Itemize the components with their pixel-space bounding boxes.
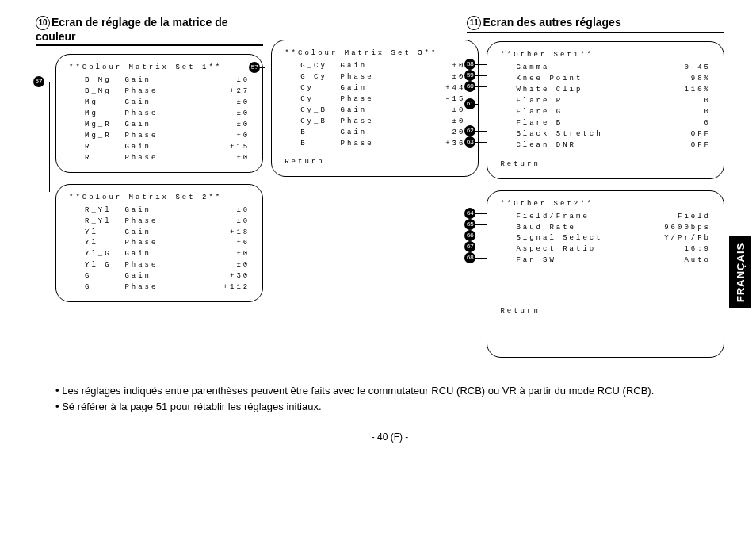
setting-row: Yl_G Phase±0 — [85, 260, 251, 271]
setting-label: Black Stretch — [516, 129, 690, 140]
setting-row: Baud Rate9600bps — [516, 223, 712, 234]
setting-value: +18 — [230, 228, 251, 239]
setting-value: +0 — [236, 131, 251, 142]
setting-label: B_Mg Gain — [85, 75, 236, 86]
box4-return: Return — [500, 159, 712, 171]
setting-value: +112 — [223, 282, 252, 293]
box-other-set2: **Other Set2** Field/FrameFieldBaud Rate… — [487, 190, 724, 359]
setting-value: +6 — [236, 238, 251, 249]
setting-value: –15 — [445, 94, 467, 105]
box-colour-matrix-2: **Colour Matrix Set 2** R_Yl Gain±0R_Yl … — [55, 184, 263, 302]
setting-row: Cy_B Gain±0 — [300, 105, 467, 117]
setting-row: G_Cy Phase±0 — [300, 72, 467, 83]
setting-value: ±0 — [236, 75, 251, 86]
setting-row: G Gain+30 — [85, 271, 251, 282]
setting-row: B_Mg Gain±0 — [85, 75, 251, 86]
box2-title: **Colour Matrix Set 2** — [69, 193, 251, 204]
setting-label: Cy_B Gain — [300, 105, 452, 117]
setting-label: Fan SW — [516, 255, 684, 266]
box3-title: **Colour Matrix Set 3** — [284, 48, 467, 59]
footnote-1: • Les réglages indiqués entre parenthèse… — [55, 383, 724, 399]
footnotes: • Les réglages indiqués entre parenthèse… — [55, 383, 724, 414]
box4-title: **Other Set1** — [500, 50, 712, 61]
setting-label: Cy Phase — [300, 94, 445, 105]
setting-value: +15 — [230, 142, 251, 153]
setting-label: Signal Select — [516, 233, 664, 244]
callout-67: 67 — [464, 241, 475, 252]
box1-rows: B_Mg Gain±0B_Mg Phase+27Mg Gain±0Mg Phas… — [85, 75, 251, 164]
setting-label: Aspect Ratio — [516, 244, 684, 255]
setting-row: Mg_R Phase+0 — [85, 131, 251, 142]
setting-row: Mg_R Gain±0 — [85, 120, 251, 131]
setting-value: 16:9 — [684, 244, 712, 255]
setting-value: OFF — [691, 140, 712, 151]
setting-row: G Phase+112 — [85, 282, 251, 293]
setting-row: Mg Gain±0 — [85, 98, 251, 109]
setting-value: ±0 — [236, 98, 251, 109]
setting-label: R Phase — [85, 153, 236, 164]
setting-label: Yl Gain — [85, 228, 230, 239]
callout-66: 66 — [464, 230, 475, 241]
setting-value: ±0 — [236, 249, 251, 260]
setting-row: Knee Point98% — [516, 74, 712, 85]
section-11-number: 11 — [467, 16, 481, 30]
setting-label: Flare B — [516, 118, 704, 129]
setting-row: R_Yl Gain±0 — [85, 205, 251, 217]
setting-value: 0 — [704, 107, 712, 118]
setting-row: Yl Gain+18 — [85, 228, 251, 239]
setting-value: –20 — [445, 128, 467, 139]
section-11-title: 11Ecran des autres réglages — [467, 16, 724, 33]
setting-row: R_Yl Phase±0 — [85, 217, 251, 228]
setting-label: Yl_G Gain — [85, 249, 236, 260]
setting-label: Mg Gain — [85, 98, 236, 109]
setting-row: Flare G0 — [516, 107, 712, 118]
setting-label: G_Cy Phase — [300, 72, 452, 83]
footnote-2: • Sé référer à la page 51 pour rétablir … — [55, 399, 724, 415]
setting-row: Yl_G Gain±0 — [85, 249, 251, 260]
section-11-text: Ecran des autres réglages — [483, 16, 620, 29]
setting-row: B Gain–20 — [300, 128, 467, 139]
setting-label: B Gain — [300, 128, 445, 139]
setting-row: Fan SWAuto — [516, 255, 712, 266]
setting-label: Yl Phase — [85, 238, 236, 249]
setting-value: 0.45 — [684, 63, 712, 74]
box4-rows: Gamma0.45Knee Point98%White Clip110%Flar… — [516, 63, 712, 151]
setting-label: Mg_R Phase — [85, 131, 236, 142]
box2-rows: R_Yl Gain±0R_Yl Phase±0Yl Gain+18Yl Phas… — [85, 205, 251, 294]
setting-label: Mg_R Gain — [85, 120, 236, 131]
setting-value: Field — [678, 212, 712, 223]
setting-row: G_Cy Gain±0 — [300, 61, 467, 72]
box1-title: **Colour Matrix Set 1** — [69, 63, 251, 74]
language-tab: FRANÇAIS — [729, 236, 751, 308]
setting-value: ±0 — [236, 205, 251, 217]
box3-rows: G_Cy Gain±0G_Cy Phase±0Cy Gain+44Cy Phas… — [300, 61, 467, 150]
setting-row: Black StretchOFF — [516, 129, 712, 140]
setting-value: Y/Pr/Pb — [664, 233, 712, 244]
setting-row: Cy_B Phase±0 — [300, 117, 467, 128]
setting-label: G Phase — [85, 282, 223, 293]
section-10-title: 10Ecran de réglage de la matrice de coul… — [36, 16, 263, 46]
box-colour-matrix-3: **Colour Matrix Set 3** G_Cy Gain±0G_Cy … — [271, 40, 479, 177]
setting-value: 0 — [704, 96, 712, 107]
setting-label: G_Cy Gain — [300, 61, 452, 72]
setting-row: Flare B0 — [516, 118, 712, 129]
section-10-text: Ecran de réglage de la matrice de couleu… — [36, 16, 228, 43]
setting-row: Flare R0 — [516, 96, 712, 107]
setting-label: B_Mg Phase — [85, 86, 230, 98]
setting-label: Mg Phase — [85, 109, 236, 120]
setting-value: ±0 — [236, 260, 251, 271]
column-right: 11Ecran des autres réglages 58 59 60 61 … — [487, 16, 724, 358]
setting-value: +44 — [445, 83, 467, 94]
setting-value: 110% — [684, 85, 712, 96]
setting-label: Flare G — [516, 107, 704, 118]
setting-row: Cy Phase–15 — [300, 94, 467, 105]
setting-value: ±0 — [236, 120, 251, 131]
column-mid: 57 **Colour Matrix Set 3** G_Cy Gain±0G_… — [271, 16, 479, 177]
setting-label: Baud Rate — [516, 223, 664, 234]
callout-68: 68 — [464, 252, 475, 263]
box3-return: Return — [284, 157, 467, 168]
setting-label: B Phase — [300, 139, 445, 150]
setting-value: ±0 — [236, 109, 251, 120]
setting-value: Auto — [684, 255, 712, 266]
setting-label: Cy Gain — [300, 83, 445, 94]
